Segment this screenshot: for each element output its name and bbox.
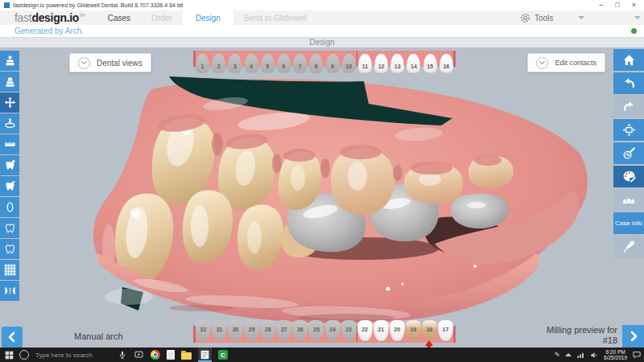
tooth-19[interactable]: 19 <box>406 320 421 341</box>
previous-step-button[interactable] <box>2 327 23 348</box>
tooth-number: 9 <box>326 64 340 69</box>
movies-icon[interactable] <box>134 348 144 362</box>
chevron-up-icon[interactable] <box>565 353 572 356</box>
tooth-23[interactable]: 23 <box>341 320 357 341</box>
tooth-11[interactable]: 11 <box>358 54 372 73</box>
undo-button[interactable] <box>613 72 644 94</box>
tab-order[interactable]: Order <box>141 10 183 25</box>
split-icon <box>4 285 16 297</box>
tooth-13[interactable]: 13 <box>390 54 404 73</box>
tooth-number: 5 <box>261 64 275 69</box>
tooth-24[interactable]: 24 <box>325 320 341 341</box>
pen-icon[interactable]: ✎ <box>555 351 561 359</box>
minimize-button[interactable]: – <box>599 0 603 10</box>
tooth-22[interactable]: 22 <box>357 320 373 341</box>
tooth-15[interactable]: 15 <box>423 54 437 73</box>
tooth-number: 4 <box>245 64 258 69</box>
tooth-2[interactable]: 2 <box>212 54 225 73</box>
tooth-17[interactable]: 17 <box>438 320 453 341</box>
tooth-12[interactable]: 12 <box>374 54 388 73</box>
chevron-down-icon[interactable] <box>634 16 641 19</box>
redo-button[interactable] <box>613 96 644 117</box>
milling-tool-button[interactable] <box>613 236 644 257</box>
case-info-button[interactable]: Case info <box>613 212 644 234</box>
lower-jaw-button[interactable] <box>0 72 19 92</box>
tooth-29[interactable]: 29 <box>244 320 259 341</box>
ruler-icon <box>4 138 16 150</box>
remove-material-button[interactable] <box>0 176 19 196</box>
tooth-6[interactable]: 6 <box>277 54 291 73</box>
tooth-anatomy-button[interactable] <box>0 218 19 238</box>
dental-views-button[interactable]: Dental views <box>69 53 151 72</box>
tab-design[interactable]: Design <box>183 10 233 25</box>
wax-tool-button[interactable] <box>613 142 644 164</box>
tooth-16[interactable]: 16 <box>440 54 453 73</box>
paint-tool-button[interactable] <box>613 166 644 187</box>
tooth-1[interactable]: 1 <box>196 54 209 73</box>
move-tool-button[interactable] <box>0 93 19 113</box>
dental-model-3d[interactable] <box>0 47 644 348</box>
tooth-margin-button[interactable] <box>0 239 19 259</box>
tooth-31[interactable]: 31 <box>212 320 227 341</box>
upper-jaw-button[interactable] <box>0 51 19 71</box>
tooth-26[interactable]: 26 <box>292 320 308 341</box>
tooth-28[interactable]: 28 <box>260 320 275 341</box>
teeth-view-button[interactable] <box>613 189 644 211</box>
taskbar-search[interactable]: Type here to search <box>35 352 93 359</box>
action-center-icon[interactable] <box>632 350 642 360</box>
folder-icon[interactable] <box>181 348 192 362</box>
add-material-button[interactable] <box>0 155 19 175</box>
tooth-number: 13 <box>390 64 404 69</box>
split-view-button[interactable] <box>0 281 19 301</box>
design-bar-title: Design <box>0 37 644 47</box>
tooth-9[interactable]: 9 <box>326 54 340 73</box>
tooth-number: 31 <box>212 327 227 332</box>
tooth-5[interactable]: 5 <box>261 54 275 73</box>
measure-tool-button[interactable] <box>0 134 19 154</box>
milling-preview-label: Milling preview for #18 <box>547 325 617 346</box>
tooth-30[interactable]: 30 <box>228 320 243 341</box>
chevron-down-circle-icon <box>536 57 548 69</box>
tooth-10[interactable]: 10 <box>342 54 356 73</box>
next-step-button[interactable] <box>622 325 644 348</box>
edit-contacts-button[interactable]: Edit contacts <box>527 53 605 72</box>
tooth-outline-icon <box>4 222 16 234</box>
notepad-icon[interactable] <box>167 348 175 362</box>
tooth-number: 20 <box>390 327 405 332</box>
tooth-4[interactable]: 4 <box>245 54 258 73</box>
green-c-app-icon[interactable]: C <box>218 348 228 362</box>
tooth-3[interactable]: 3 <box>228 54 242 73</box>
taskbar-clock[interactable]: 6:20 PM6/25/2019 <box>604 349 627 361</box>
fit-view-button[interactable] <box>613 119 644 141</box>
fastdesign-app-icon[interactable] <box>198 348 212 362</box>
implant-tool-button[interactable] <box>0 197 19 217</box>
tooth-8[interactable]: 8 <box>309 54 323 73</box>
close-button[interactable]: × <box>632 0 636 10</box>
tab-cases[interactable]: Cases <box>97 10 141 25</box>
tooth-outline-icon <box>4 243 16 255</box>
tab-send-to-glidewell[interactable]: Send to Glidewell <box>233 10 317 25</box>
tooth-7[interactable]: 7 <box>293 54 307 73</box>
chrome-icon[interactable] <box>151 348 160 362</box>
chevron-down-icon[interactable] <box>578 16 584 19</box>
tools-label: Tools <box>535 14 553 23</box>
tooth-21[interactable]: 21 <box>374 320 389 341</box>
tooth-25[interactable]: 25 <box>308 320 324 341</box>
tools-menu[interactable]: Tools <box>520 10 584 25</box>
tooth-20[interactable]: 20 <box>390 320 405 341</box>
volume-icon[interactable] <box>590 351 599 360</box>
cortana-icon[interactable] <box>19 350 29 360</box>
home-button[interactable] <box>613 49 644 71</box>
maximize-button[interactable]: □ <box>615 0 619 10</box>
grid-view-button[interactable] <box>0 260 19 280</box>
generated-by-label: Generated by Arch. <box>14 27 84 35</box>
rotate-tool-button[interactable] <box>0 113 19 134</box>
network-icon[interactable] <box>576 351 585 360</box>
menu-bar: fastdesign.ioTM CasesOrderDesignSend to … <box>0 10 644 25</box>
tooth-32[interactable]: 32 <box>196 320 211 341</box>
tooth-27[interactable]: 27 <box>276 320 291 341</box>
microphone-icon[interactable] <box>118 348 127 362</box>
tooth-14[interactable]: 14 <box>407 54 420 73</box>
start-button[interactable] <box>0 351 19 360</box>
tooth-18[interactable]: 18 <box>422 320 437 341</box>
